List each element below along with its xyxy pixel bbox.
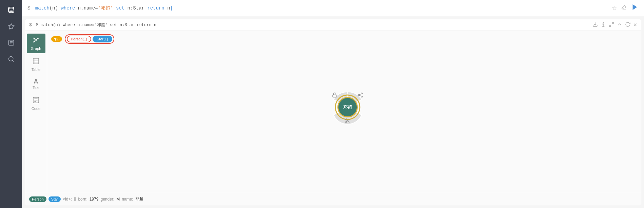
svg-point-6 xyxy=(8,57,13,61)
result-header-query: $ $ match(n) where n.name='邓超' set n:Sta… xyxy=(29,22,156,28)
svg-line-35 xyxy=(359,95,361,96)
svg-point-32 xyxy=(361,93,363,94)
tab-table-label: Table xyxy=(32,68,40,72)
result-header-actions: × xyxy=(592,21,637,29)
sidebar-favorites-icon[interactable] xyxy=(4,20,18,33)
main-content: $ match(n) where n.name='邓超' set n:Star … xyxy=(22,0,644,208)
svg-line-14 xyxy=(609,25,611,26)
query-where: where xyxy=(61,5,78,11)
svg-line-7 xyxy=(12,60,14,62)
eraser-icon[interactable] xyxy=(621,4,627,12)
scissors-segment-icon[interactable] xyxy=(344,117,352,125)
status-gender-value: M xyxy=(116,197,120,202)
tab-graph[interactable]: Graph xyxy=(27,34,45,53)
bookmark-icon[interactable]: ☆ xyxy=(611,4,617,12)
svg-point-33 xyxy=(358,94,360,96)
result-query-text: $ match(n) where n.name='邓超' set n:Star … xyxy=(36,22,156,28)
query-set: set xyxy=(113,5,127,11)
tab-text-label: Text xyxy=(33,86,39,90)
sidebar xyxy=(0,0,22,208)
query-field: n.name= xyxy=(78,5,98,11)
svg-line-40 xyxy=(348,121,349,122)
center-node[interactable]: 邓超 xyxy=(337,97,358,117)
svg-point-0 xyxy=(8,7,14,9)
status-born-value: 1979 xyxy=(90,197,99,202)
lock-segment-icon[interactable] xyxy=(331,91,339,99)
result-body: Graph Table A Text xyxy=(25,31,641,193)
svg-point-37 xyxy=(346,119,347,120)
query-string-val: '邓超' xyxy=(98,5,113,11)
svg-rect-22 xyxy=(33,58,39,64)
status-person-badge: Person xyxy=(29,196,46,202)
top-command-bar: $ match(n) where n.name='邓超' set n:Star … xyxy=(22,0,644,16)
query-var: n xyxy=(167,5,170,11)
query-return: return xyxy=(147,5,167,11)
star-badge[interactable]: Star(1) xyxy=(93,36,112,42)
result-count-badge: *(2) xyxy=(51,36,62,42)
status-born-label: born: xyxy=(78,197,87,202)
status-name-label: name: xyxy=(122,197,133,202)
graph-badges-row: *(2) Person(1) Star(1) xyxy=(51,34,114,44)
text-tab-icon: A xyxy=(34,78,38,84)
sidebar-database-icon[interactable] xyxy=(4,3,18,17)
svg-point-38 xyxy=(346,121,347,123)
svg-marker-9 xyxy=(633,4,637,10)
code-tab-icon xyxy=(32,96,40,106)
result-dollar: $ xyxy=(29,22,32,27)
svg-line-8 xyxy=(623,8,624,9)
collapse-up-icon[interactable] xyxy=(617,22,622,29)
dollar-sign: $ xyxy=(27,5,30,11)
expand-icon[interactable] xyxy=(609,22,614,29)
status-bar: Person Star <id>: 0 born: 1979 gender: M… xyxy=(25,193,641,205)
svg-line-21 xyxy=(34,40,35,42)
query-node-label: n:Star xyxy=(128,5,148,11)
table-tab-icon xyxy=(32,57,40,67)
close-icon[interactable]: × xyxy=(633,21,637,29)
tab-table[interactable]: Table xyxy=(27,55,45,74)
svg-marker-1 xyxy=(8,24,14,29)
svg-line-41 xyxy=(347,120,348,121)
tab-text[interactable]: A Text xyxy=(27,76,45,92)
graph-visualization[interactable]: *(2) Person(1) Star(1) xyxy=(47,31,641,193)
sidebar-query-icon[interactable] xyxy=(4,36,18,50)
result-header: $ $ match(n) where n.name='邓超' set n:Sta… xyxy=(25,19,641,31)
svg-point-15 xyxy=(35,39,37,41)
svg-point-34 xyxy=(361,96,363,97)
query-keyword: match xyxy=(35,5,50,11)
tab-graph-label: Graph xyxy=(31,46,41,51)
refresh-icon[interactable] xyxy=(625,22,630,29)
svg-line-19 xyxy=(34,38,35,40)
query-paren: (n) xyxy=(50,5,61,11)
svg-point-17 xyxy=(38,38,39,39)
node-label: 邓超 xyxy=(343,104,352,110)
svg-line-20 xyxy=(37,38,38,40)
view-tabs: Graph Table A Text xyxy=(25,31,47,193)
svg-line-13 xyxy=(612,22,614,24)
svg-rect-31 xyxy=(333,95,337,97)
svg-line-36 xyxy=(359,94,361,95)
status-name-value: 邓超 xyxy=(135,196,143,202)
tab-code[interactable]: Code xyxy=(27,94,45,113)
status-id-label: <id>: xyxy=(63,197,72,202)
graph-node-container: 邓超 xyxy=(324,83,371,131)
tab-code-label: Code xyxy=(32,107,40,111)
download-icon[interactable] xyxy=(592,22,598,29)
status-gender-label: gender: xyxy=(101,197,115,202)
badges-group: Person(1) Star(1) xyxy=(65,34,114,44)
result-panel: $ $ match(n) where n.name='邓超' set n:Sta… xyxy=(25,19,641,205)
person-badge[interactable]: Person(1) xyxy=(67,36,91,42)
expand-segment-icon[interactable] xyxy=(356,91,365,99)
svg-point-18 xyxy=(33,41,35,42)
top-bar-actions: ☆ xyxy=(611,3,639,13)
circular-menu: 邓超 xyxy=(324,83,371,131)
status-star-badge: Star xyxy=(48,196,61,202)
pin-icon[interactable] xyxy=(601,22,606,29)
sidebar-search-icon[interactable] xyxy=(4,52,18,66)
graph-tab-icon xyxy=(32,36,40,45)
svg-point-16 xyxy=(33,38,35,39)
run-icon[interactable] xyxy=(631,3,639,13)
top-query-text: $ match(n) where n.name='邓超' set n:Star … xyxy=(27,5,173,11)
status-id-value: 0 xyxy=(74,197,76,202)
